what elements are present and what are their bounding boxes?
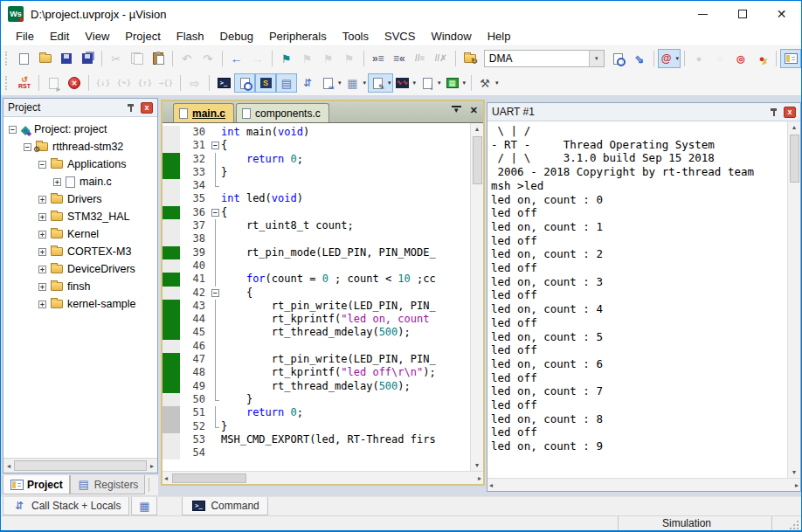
maximize-button[interactable] (722, 1, 762, 27)
scroll-down-icon[interactable]: ▾ (792, 466, 796, 478)
incremental-find-button[interactable]: ⇘ (629, 49, 650, 68)
dropdown-arrow-icon[interactable]: ▾ (363, 79, 367, 86)
reset-button[interactable]: ↺RST (14, 73, 35, 93)
tree-item-stm32-hal[interactable]: +STM32_HAL (3, 208, 157, 225)
paste-button[interactable] (148, 49, 169, 68)
configure-target-button[interactable] (780, 49, 801, 68)
code-line[interactable]: 52} (162, 420, 470, 433)
tree-item-main-c[interactable]: +main.c (3, 173, 157, 190)
toolbox-dropdown[interactable]: ▦▾ (443, 73, 468, 93)
menu-view[interactable]: View (77, 28, 117, 45)
close-editor-icon[interactable]: ✕ (470, 106, 478, 114)
code-line[interactable]: 31−{ (162, 139, 470, 152)
code-line[interactable]: 44 rt_kprintf("led on, count (162, 313, 470, 326)
document-list-dropdown-icon[interactable]: ▼ (452, 106, 461, 114)
scroll-left-icon[interactable]: ◂ (5, 462, 12, 470)
fold-collapse-icon[interactable]: − (211, 142, 219, 149)
code-line[interactable]: 45 rt_thread_mdelay(500); (162, 326, 470, 339)
menu-svcs[interactable]: SVCS (377, 28, 423, 45)
system-viewer-dropdown[interactable]: ▾ (418, 73, 443, 93)
bookmark-toggle-button[interactable]: ⚑ (276, 49, 297, 68)
scrollbar-thumb[interactable] (790, 135, 799, 183)
tab-project[interactable]: Project (3, 475, 70, 494)
expand-icon[interactable]: + (38, 213, 46, 221)
editor-horizontal-scrollbar[interactable]: ◂ ▸ (162, 471, 483, 484)
unindent-button[interactable]: ≡« (389, 49, 410, 68)
uart-terminal[interactable]: \ | /- RT - Thread Operating System / | … (487, 121, 787, 478)
code-line[interactable]: 34 (162, 179, 470, 192)
code-line[interactable]: 35int led(void) (162, 192, 470, 205)
project-horizontal-scrollbar[interactable]: ◂ ▸ (3, 458, 157, 473)
expand-icon[interactable]: + (38, 301, 46, 308)
dropdown-arrow-icon[interactable]: ▾ (495, 79, 499, 86)
tree-item-rtthread-stm32[interactable]: −rtthread-stm32 (3, 138, 157, 155)
scroll-left-icon[interactable]: ◂ (162, 474, 169, 482)
collapse-icon[interactable]: − (24, 143, 31, 151)
code-area[interactable]: 30int main(void)31−{32 return 0;33}3435i… (162, 123, 470, 471)
indent-button[interactable]: »≡ (368, 49, 389, 68)
quick-find-dropdown[interactable]: @▾ (658, 49, 681, 68)
tab-command[interactable]: >_ Command (182, 497, 267, 515)
code-line[interactable]: 33} (162, 166, 470, 179)
code-line[interactable]: 32 return 0; (162, 153, 470, 166)
expand-icon[interactable]: + (38, 283, 46, 291)
menu-edit[interactable]: Edit (42, 28, 77, 45)
save-all-button[interactable] (77, 49, 98, 68)
tree-item-cortex-m3[interactable]: +CORTEX-M3 (3, 243, 157, 260)
code-line[interactable]: 54 (162, 446, 470, 459)
symbol-window-button[interactable]: S (255, 73, 276, 93)
disassembly-window-button[interactable] (234, 73, 255, 93)
menu-tools[interactable]: Tools (335, 28, 377, 45)
fold-collapse-icon[interactable]: − (211, 289, 219, 297)
code-line[interactable]: 36−{ (162, 206, 470, 219)
analysis-window-dropdown[interactable]: ∿∿▾ (393, 73, 418, 93)
scroll-right-icon[interactable]: ▸ (793, 481, 800, 489)
scroll-down-icon[interactable]: ▾ (475, 459, 479, 471)
expand-icon[interactable]: + (38, 248, 46, 256)
code-line[interactable]: 50 } (162, 393, 470, 406)
code-line[interactable]: 30int main(void) (162, 126, 470, 139)
dropdown-arrow-icon[interactable]: ▾ (388, 79, 391, 86)
scrollbar-thumb[interactable] (14, 460, 147, 471)
editor-tab-main-c[interactable]: main.c (173, 103, 234, 122)
code-line[interactable]: 39 rt_pin_mode(LED_PIN, PIN_MODE_ (162, 246, 470, 259)
code-line[interactable]: 48 rt_kprintf("led off\r\n"); (162, 366, 470, 379)
code-line[interactable]: 53MSH_CMD_EXPORT(led, RT-Thread firs (162, 433, 470, 446)
tab-memory-window[interactable]: ▦ (131, 497, 157, 515)
tree-item-applications[interactable]: −Applications (3, 155, 157, 173)
memory-window-dropdown[interactable]: ▦▾ (343, 73, 369, 93)
watch-window-dropdown[interactable]: ▾ (318, 73, 343, 93)
editor-tab-components-c[interactable]: components.c (236, 103, 329, 122)
search-combo[interactable]: DMA▾ (484, 50, 605, 67)
disable-all-breakpoints-button[interactable]: ◎ (730, 49, 751, 68)
tree-item-devicedrivers[interactable]: +DeviceDrivers (3, 260, 157, 278)
registers-window-button[interactable]: ▤ (276, 73, 297, 93)
tree-item-project-project[interactable]: −◈Project: project (3, 121, 157, 138)
menu-help[interactable]: Help (480, 28, 519, 45)
code-line[interactable]: 51 return 0; (162, 406, 470, 419)
new-file-button[interactable] (14, 49, 35, 68)
editor-vertical-scrollbar[interactable]: ▴ ▾ (470, 123, 483, 471)
menu-peripherals[interactable]: Peripherals (261, 28, 335, 45)
resize-grip[interactable] (790, 521, 799, 529)
code-line[interactable]: 37 rt_uint8_t count; (162, 219, 470, 232)
expand-icon[interactable]: + (38, 231, 46, 238)
dropdown-arrow-icon[interactable]: ▾ (338, 79, 342, 86)
scroll-up-icon[interactable]: ▴ (792, 121, 796, 133)
open-file-button[interactable] (35, 49, 56, 68)
tree-item-drivers[interactable]: +Drivers (3, 190, 157, 208)
uart-panel-close-button[interactable]: x (784, 107, 796, 118)
pin-icon[interactable] (127, 103, 135, 113)
combo-dropdown-icon[interactable]: ▾ (589, 51, 604, 66)
code-line[interactable]: 42− { (162, 287, 470, 300)
expand-icon[interactable]: + (53, 178, 61, 186)
expand-icon[interactable]: + (38, 266, 46, 273)
expand-icon[interactable]: + (38, 196, 46, 204)
menu-flash[interactable]: Flash (169, 28, 212, 45)
code-line[interactable]: 49 rt_thread_mdelay(500); (162, 380, 470, 393)
minimize-button[interactable] (683, 1, 722, 27)
dropdown-arrow-icon[interactable]: ▾ (413, 79, 417, 86)
stop-button[interactable]: ✕ (64, 73, 85, 93)
code-line[interactable]: 38 (162, 232, 470, 245)
tab-registers[interactable]: ▤Registers (70, 475, 146, 494)
